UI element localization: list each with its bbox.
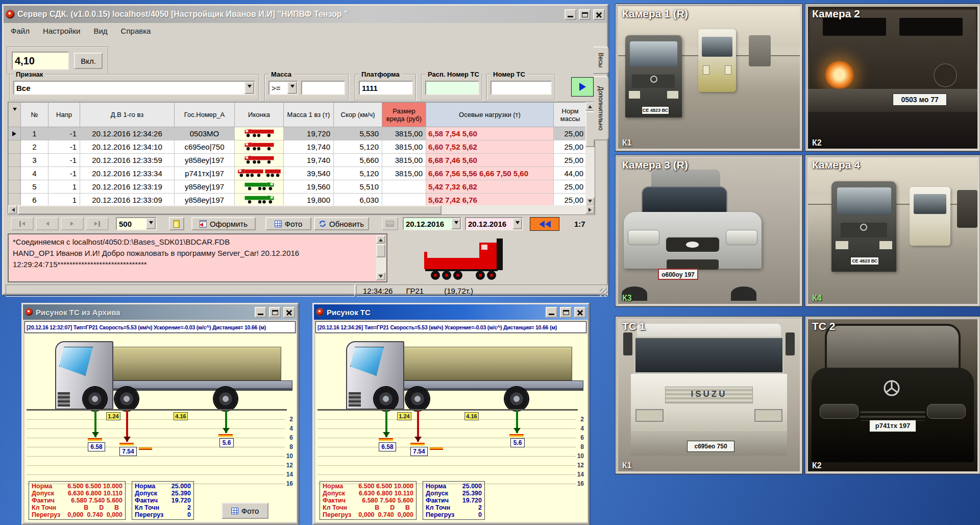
van-windshield (914, 194, 946, 214)
row-marker (9, 140, 21, 154)
camera-panel-4[interactable]: СЕ 4623 ВС Камера 4 К4 (805, 155, 980, 306)
fast-back-button[interactable] (530, 217, 559, 231)
menu-view[interactable]: Вид (93, 27, 107, 35)
close-button[interactable] (574, 307, 586, 318)
page-size-dropdown-button[interactable] (146, 218, 156, 229)
photo-button[interactable]: Фото (265, 217, 311, 230)
col-plate[interactable]: Гос.Номер_А (175, 103, 235, 127)
close-button[interactable] (283, 307, 295, 318)
camera-panel-3[interactable]: о600оу 197 Камера 3 (R) К3 (616, 155, 802, 306)
scale-label: 16 (280, 480, 293, 487)
print-button[interactable] (382, 217, 398, 230)
truck-windshield (634, 337, 784, 374)
row-value: 6.580 7.540 5.600 (355, 497, 413, 504)
row-label: Кл Точн (135, 504, 167, 511)
log-box[interactable]: *Соединяемся с localhost/4050:D:\Bases_S… (8, 233, 387, 282)
priznak-dropdown-button[interactable] (244, 82, 254, 94)
note-button[interactable] (169, 217, 184, 230)
minimize-button[interactable] (546, 307, 557, 318)
scroll-up-button[interactable] (376, 235, 385, 244)
platforma-input[interactable] (359, 81, 413, 95)
column-select-header[interactable] (9, 103, 21, 127)
car-wheel (731, 287, 756, 301)
table-row[interactable]: 5 1 20.12.2016 12:33:19 у858еу|197 19,56… (9, 180, 587, 194)
nav-last-button[interactable] (86, 217, 109, 230)
truck-windshield (59, 347, 93, 376)
kia-logo (686, 242, 699, 248)
main-titlebar[interactable]: Сервер СДК. (v1.0.0.15) localhost/4050 [… (4, 6, 607, 23)
maximize-button[interactable] (579, 9, 591, 20)
maximize-button[interactable] (269, 307, 281, 318)
arrow-up-icon (379, 236, 383, 242)
close-button[interactable] (593, 9, 605, 20)
hscroll-thumb[interactable] (18, 205, 442, 214)
massa-op-combobox[interactable]: >= (268, 81, 298, 95)
table-row[interactable]: 3 -1 20.12.2016 12:33:59 у858еу|197 19,7… (9, 154, 587, 167)
minimize-button[interactable] (565, 9, 576, 20)
table-row[interactable]: 6 1 20.12.2016 12:33:09 у858еу|197 19,80… (9, 194, 587, 207)
titlebar[interactable]: Рисунок ТС (314, 304, 588, 320)
col-norm[interactable]: Норм массы (554, 103, 587, 127)
col-dir[interactable]: Напр (48, 103, 80, 127)
priznak-combobox[interactable]: Все (13, 81, 255, 95)
titlebar[interactable]: Рисунок ТС из Архива (23, 304, 297, 320)
date-to-dropdown-button[interactable] (512, 218, 522, 229)
resize-grip[interactable] (600, 289, 608, 297)
date-from-dropdown-button[interactable] (451, 218, 461, 229)
scale-label: 14 (571, 471, 584, 478)
refresh-button[interactable]: Обновить (314, 217, 369, 230)
scroll-down-button[interactable] (376, 272, 385, 280)
date-to-picker[interactable]: 20.12.2016 (465, 217, 523, 230)
truck-windshield (823, 18, 886, 36)
col-mass[interactable]: Масса 1 вз (т) (284, 103, 334, 127)
row-marker (9, 154, 21, 167)
camera-panel-1[interactable]: СЕ 4823 ВС Камера 1 (R) К1 (616, 4, 802, 151)
search-go-button[interactable] (571, 77, 594, 97)
total-limits-table: Норма25.000 Допуск25.390 Фактич19.720 Кл… (423, 481, 485, 520)
col-speed[interactable]: Скор (км/ч) (334, 103, 382, 127)
log-scroll-thumb[interactable] (376, 244, 385, 257)
col-axles[interactable]: Осевые нагрузки (т) (426, 103, 554, 127)
nav-first-button[interactable] (11, 217, 34, 230)
on-button[interactable]: Вкл. (74, 53, 103, 69)
menu-file[interactable]: Файл (11, 27, 30, 35)
grid-hscrollbar[interactable] (8, 205, 595, 214)
nav-prev-button[interactable] (36, 217, 59, 230)
massa-input[interactable] (301, 81, 345, 95)
register-button[interactable]: Оформить (191, 217, 256, 230)
axle-load-arrow-green (385, 411, 387, 437)
scroll-down-button[interactable] (585, 197, 595, 206)
scroll-left-button[interactable] (8, 205, 17, 214)
cell-num: 4 (21, 167, 48, 180)
cell-icon (235, 154, 284, 167)
tab-vesy[interactable]: Весы (594, 46, 609, 74)
row-label: Фактич (426, 497, 458, 504)
nav-next-button[interactable] (61, 217, 84, 230)
minimize-button[interactable] (255, 307, 266, 318)
col-damage[interactable]: Размер вреда (руб) (382, 103, 426, 127)
menu-settings[interactable]: Настройки (43, 27, 81, 35)
cell-speed: 5,510 (334, 180, 382, 194)
date-from-picker[interactable]: 20.12.2016 (403, 217, 462, 230)
log-scrollbar[interactable] (376, 235, 385, 280)
current-weight-field[interactable] (12, 52, 69, 70)
nomer-input[interactable] (491, 81, 552, 95)
col-num[interactable]: № (21, 103, 48, 127)
page-size-combobox[interactable]: 500 (116, 217, 157, 230)
measurement-info: [20.12.16 12:34:26] Тип=ГР21 Скорость=5.… (315, 321, 586, 333)
col-icon[interactable]: Иконка (235, 103, 284, 127)
rasp-nomer-input[interactable] (425, 81, 479, 95)
table-row[interactable]: 1 -1 20.12.2016 12:34:26 0503МО 19,720 5… (9, 127, 587, 140)
camera-panel-2[interactable]: 0503 мо 77 Камера 2 К2 (805, 4, 980, 151)
camera-panel-tc1[interactable]: ISUZU с695ео 750 ТС 1 К1 (616, 317, 802, 474)
col-datetime[interactable]: Д.В 1-го вз (80, 103, 175, 127)
menu-help[interactable]: Справка (121, 27, 151, 35)
table-row[interactable]: 4 -1 20.12.2016 12:33:34 р741тх|197 39,5… (9, 167, 587, 180)
photo-button[interactable]: Фото (222, 503, 268, 519)
table-row[interactable]: 2 -1 20.12.2016 12:34:10 с695ео|750 19,7… (9, 140, 587, 154)
massa-op-dropdown-button[interactable] (287, 82, 297, 94)
tab-dopolnitelno[interactable]: Дополнительно (594, 76, 609, 140)
camera-panel-tc2[interactable]: р741тх 197 ТС 2 К2 (805, 317, 980, 474)
maximize-button[interactable] (560, 307, 572, 318)
scroll-right-button[interactable] (585, 205, 595, 214)
